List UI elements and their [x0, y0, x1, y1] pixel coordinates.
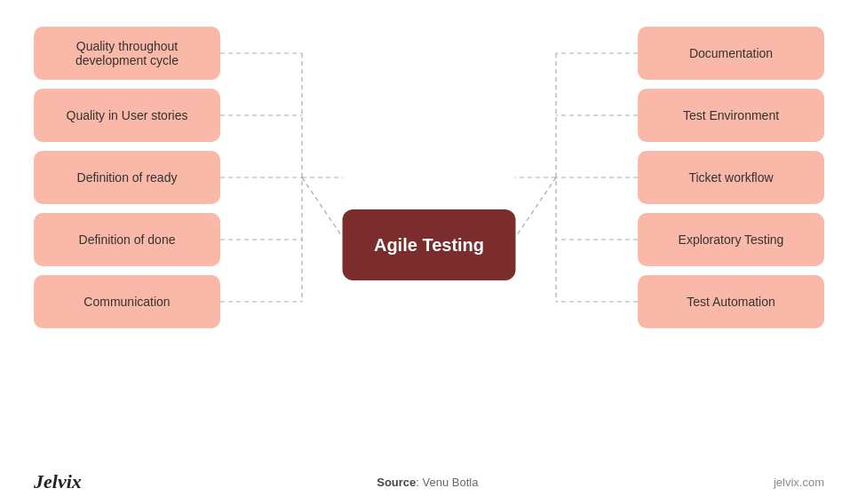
- node-test-env: Test Environment: [638, 89, 824, 142]
- left-column: Quality throughout development cycle Qua…: [34, 27, 220, 328]
- node-communication: Communication: [34, 275, 220, 328]
- diagram-container: Quality throughout development cycle Qua…: [0, 0, 858, 504]
- footer: Jelvix Source: Venu Botla jelvix.com: [0, 470, 858, 493]
- svg-line-2: [302, 177, 343, 238]
- right-column: Documentation Test Environment Ticket wo…: [638, 27, 824, 328]
- svg-line-3: [515, 177, 556, 238]
- node-exploratory: Exploratory Testing: [638, 213, 824, 266]
- source-text: Source: Venu Botla: [377, 476, 478, 489]
- site-label: jelvix.com: [774, 476, 824, 489]
- node-quality-dev: Quality throughout development cycle: [34, 27, 220, 80]
- node-documentation: Documentation: [638, 27, 824, 80]
- node-test-automation: Test Automation: [638, 275, 824, 328]
- center-agile-testing: Agile Testing: [343, 209, 516, 280]
- node-def-done: Definition of done: [34, 213, 220, 266]
- node-ticket-workflow: Ticket workflow: [638, 151, 824, 204]
- brand-label: Jelvix: [34, 470, 82, 493]
- node-def-ready: Definition of ready: [34, 151, 220, 204]
- node-quality-stories: Quality in User stories: [34, 89, 220, 142]
